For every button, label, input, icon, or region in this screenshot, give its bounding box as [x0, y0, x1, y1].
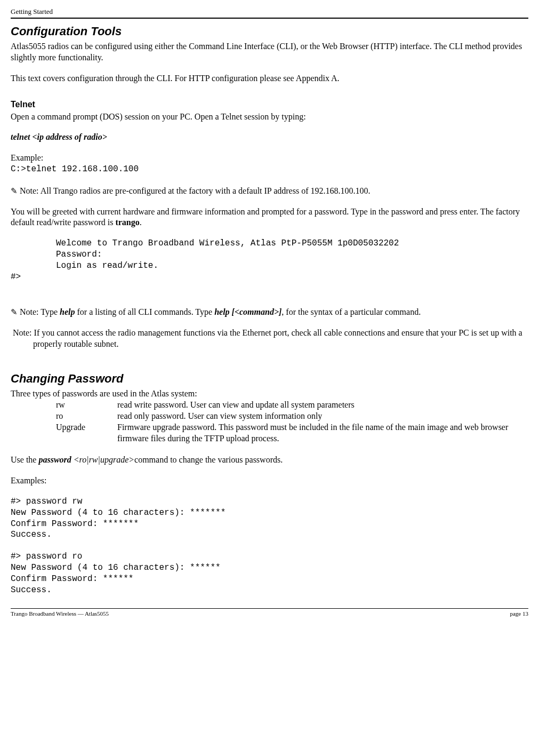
pw-intro: Three types of passwords are used in the… — [11, 388, 528, 400]
examples-label: Examples: — [11, 475, 528, 487]
pencil-icon: ✎ — [11, 186, 18, 196]
note-help: ✎ Note: Type help for a listing of all C… — [11, 307, 528, 318]
use-d: command to change the various passwords. — [134, 455, 283, 464]
config-tools-p2: This text covers configuration through t… — [11, 73, 528, 84]
telnet-open-prompt: Open a command prompt (DOS) session on y… — [11, 112, 528, 123]
footer-right: page 13 — [510, 610, 528, 617]
greeting-bold: trango — [115, 218, 139, 227]
note2-d: help [<command>] — [214, 307, 281, 316]
pw-desc-upgrade: Firmware upgrade password. This password… — [117, 422, 528, 444]
use-c: <ro|rw|upgrade> — [74, 455, 134, 464]
pencil-icon: ✎ — [11, 307, 18, 317]
telnet-command-syntax: telnet <ip address of radio> — [11, 132, 528, 143]
note-default-ip: ✎ Note: All Trango radios are pre-config… — [11, 186, 528, 197]
heading-config-tools: Configuration Tools — [11, 24, 528, 39]
greeting-b: . — [140, 218, 142, 227]
pw-row: ro read only password. User can view sys… — [11, 411, 528, 422]
config-tools-p1: Atlas5055 radios can be configured using… — [11, 41, 528, 63]
page-header: Getting Started — [11, 7, 528, 18]
greeting-para: You will be greeted with current hardwar… — [11, 206, 528, 229]
example-ro: #> password ro New Password (4 to 16 cha… — [11, 551, 528, 595]
pw-key-rw: rw — [56, 400, 117, 411]
example-rw: #> password rw New Password (4 to 16 cha… — [11, 496, 528, 540]
login-line: Login as read/write. — [56, 260, 528, 272]
password-line: Password: — [56, 249, 528, 260]
pw-key-ro: ro — [56, 411, 117, 422]
use-password-cmd: Use the password <ro|rw|upgrade>command … — [11, 455, 528, 466]
example-command: C:>telnet 192.168.100.100 — [11, 164, 528, 175]
note2-b: help — [60, 307, 75, 316]
prompt-line: #> — [11, 272, 528, 283]
note2-e: , for the syntax of a particular command… — [281, 307, 421, 316]
greeting-a: You will be greeted with current hardwar… — [11, 207, 520, 227]
header-rule — [11, 18, 528, 19]
note1-text: All Trango radios are pre-configured at … — [41, 186, 371, 195]
example-label: Example: — [11, 153, 528, 164]
page-footer: Trango Broadband Wireless — Atlas5055 pa… — [11, 609, 528, 617]
heading-changing-password: Changing Password — [11, 371, 528, 387]
pw-desc-rw: read write password. User can view and u… — [117, 400, 528, 411]
pw-desc-ro: read only password. User can view system… — [117, 411, 528, 422]
heading-telnet: Telnet — [11, 99, 528, 110]
pw-key-upgrade: Upgrade — [56, 422, 117, 444]
note3-a: Note: If you cannot access the radio man… — [11, 328, 522, 348]
use-b: password — [38, 455, 73, 464]
note2-a: Note: Type — [18, 307, 60, 316]
pw-row: rw read write password. User can view an… — [11, 400, 528, 411]
note1-prefix: Note: — [18, 186, 41, 195]
note2-c: for a listing of all CLI commands. Type — [75, 307, 214, 316]
footer-left: Trango Broadband Wireless — Atlas5055 — [11, 610, 109, 617]
use-a: Use the — [11, 455, 38, 464]
welcome-line: Welcome to Trango Broadband Wireless, At… — [56, 238, 528, 249]
pw-row: Upgrade Firmware upgrade password. This … — [11, 422, 528, 444]
note-no-access: ✎ Note: If you cannot access the radio m… — [11, 328, 528, 350]
